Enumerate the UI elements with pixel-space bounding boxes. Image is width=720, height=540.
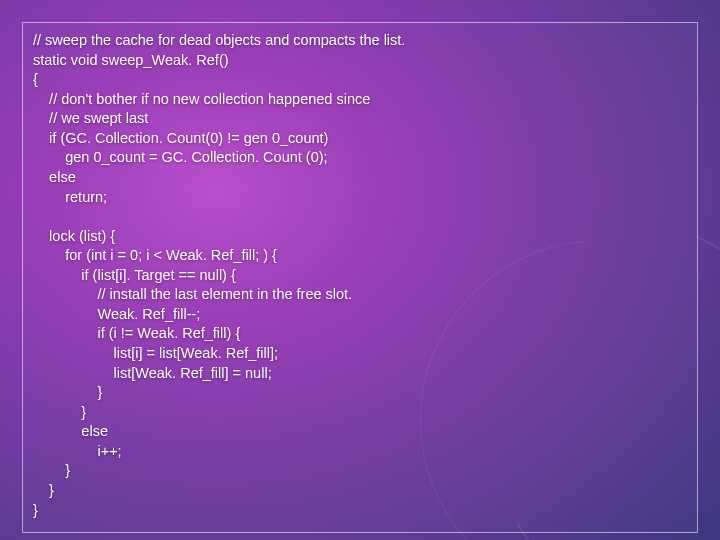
code-block: // sweep the cache for dead objects and … xyxy=(33,31,687,520)
code-container: // sweep the cache for dead objects and … xyxy=(22,22,698,533)
